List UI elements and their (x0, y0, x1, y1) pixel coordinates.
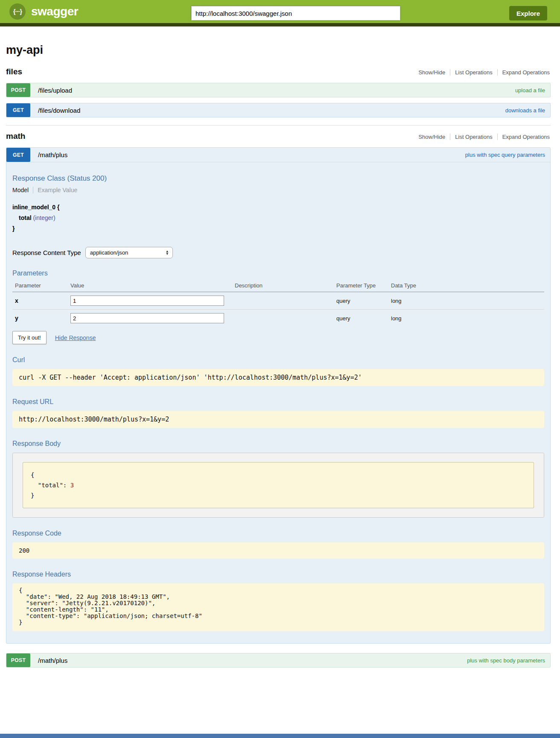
endpoint-summary-link[interactable]: upload a file (515, 87, 545, 94)
request-url-heading: Request URL (12, 398, 544, 406)
response-body-json: { "total": 3 } (23, 462, 534, 508)
property-name: total (19, 214, 32, 221)
param-type: query (334, 310, 388, 327)
expanded-operation-get-math-plus: GET /math/plus plus with spec query para… (6, 147, 551, 644)
explore-button[interactable]: Explore (509, 6, 547, 20)
selected-content-type: application/json (90, 249, 128, 256)
header-bar: {···} swagger Explore (0, 0, 560, 26)
tab-example-value[interactable]: Example Value (33, 187, 77, 193)
param-description (232, 292, 334, 310)
section-divider (6, 125, 551, 126)
param-data-type: long (388, 292, 544, 310)
parameters-table: Parameter Value Description Parameter Ty… (12, 280, 544, 327)
endpoint-path[interactable]: /math/plus (38, 657, 67, 664)
tab-model[interactable]: Model (12, 187, 33, 193)
response-body-container: { "total": 3 } (12, 453, 544, 518)
model-property-line: total (integer) (12, 213, 544, 223)
section-head-math: math Show/Hide List Operations Expand Op… (6, 132, 551, 141)
curl-heading: Curl (12, 356, 544, 364)
param-description (232, 310, 334, 327)
model-tabs: Model Example Value (12, 187, 544, 193)
method-badge-post: POST (6, 653, 30, 667)
json-suffix: } (31, 492, 34, 499)
parameters-header-row: Parameter Value Description Parameter Ty… (12, 280, 544, 292)
operation-detail: Response Class (Status 200) Model Exampl… (6, 174, 550, 643)
select-arrows-icon: ▲▼ (166, 250, 169, 255)
swagger-logo-icon: {···} (9, 3, 26, 20)
endpoint-path[interactable]: /files/download (38, 107, 80, 114)
page-title: my-api (6, 44, 551, 57)
param-y-input[interactable] (70, 313, 224, 323)
col-parameter: Parameter (12, 280, 68, 292)
col-description: Description (232, 280, 334, 292)
response-code-value: 200 (12, 542, 544, 559)
param-name: x (12, 292, 68, 310)
bottom-bar (0, 734, 560, 738)
show-hide-link[interactable]: Show/Hide (414, 69, 450, 76)
param-name: y (12, 310, 68, 327)
list-operations-link[interactable]: List Operations (450, 69, 497, 76)
col-parameter-type: Parameter Type (334, 280, 388, 292)
curl-command: curl -X GET --header 'Accept: applicatio… (12, 369, 544, 386)
parameter-row-x: x query long (12, 292, 544, 310)
show-hide-link[interactable]: Show/Hide (414, 134, 450, 140)
spec-url-input[interactable] (191, 6, 400, 20)
list-operations-link[interactable]: List Operations (450, 134, 497, 140)
method-badge-get: GET (6, 148, 30, 162)
section-title-math[interactable]: math (6, 132, 25, 141)
col-data-type: Data Type (388, 280, 544, 292)
section-controls: Show/Hide List Operations Expand Operati… (414, 69, 551, 76)
expand-operations-link[interactable]: Expand Operations (498, 69, 551, 76)
curly-braces-glyph: {···} (13, 8, 22, 15)
property-type: (integer) (33, 214, 55, 221)
response-headers-json: { "date": "Wed, 22 Aug 2018 18:49:13 GMT… (12, 583, 544, 631)
response-content-type-row: Response Content Type application/json ▲… (12, 247, 544, 258)
section-title-files[interactable]: files (6, 67, 22, 76)
brand-title: swagger (31, 5, 78, 18)
col-value: Value (68, 280, 232, 292)
section-controls: Show/Hide List Operations Expand Operati… (414, 134, 551, 140)
endpoint-summary-link[interactable]: plus with spec query parameters (465, 152, 545, 158)
json-prefix: { "total": (31, 472, 70, 489)
response-code-heading: Response Code (12, 530, 544, 537)
param-data-type: long (388, 310, 544, 327)
response-class-heading: Response Class (Status 200) (12, 174, 544, 183)
endpoint-path[interactable]: /files/upload (38, 87, 72, 94)
model-open-line: inline_model_0 { (12, 202, 544, 213)
json-number-value: 3 (70, 482, 74, 489)
endpoint-row-post-math-plus[interactable]: POST /math/plus plus with spec body para… (6, 653, 551, 668)
model-close-line: } (12, 223, 544, 234)
endpoint-summary-link[interactable]: downloads a file (505, 107, 545, 114)
endpoint-row-get-files-download[interactable]: GET /files/download downloads a file (6, 103, 551, 117)
endpoint-path[interactable]: /math/plus (38, 151, 67, 158)
endpoint-row-post-files-upload[interactable]: POST /files/upload upload a file (6, 83, 551, 97)
response-body-heading: Response Body (12, 440, 544, 448)
method-badge-get: GET (6, 103, 30, 117)
param-type: query (334, 292, 388, 310)
section-head-files: files Show/Hide List Operations Expand O… (6, 67, 551, 76)
param-x-input[interactable] (70, 296, 224, 306)
response-headers-heading: Response Headers (12, 571, 544, 578)
model-signature: inline_model_0 { total (integer) } (12, 202, 544, 234)
endpoint-row-get-math-plus[interactable]: GET /math/plus plus with spec query para… (6, 148, 550, 162)
request-url-value: http://localhost:3000/math/plus?x=1&y=2 (12, 411, 544, 428)
main-content: my-api files Show/Hide List Operations E… (0, 44, 560, 738)
response-content-type-select[interactable]: application/json ▲▼ (85, 247, 173, 258)
try-it-out-button[interactable]: Try it out! (12, 331, 47, 344)
hide-response-link[interactable]: Hide Response (55, 334, 96, 341)
parameter-row-y: y query long (12, 310, 544, 327)
endpoint-summary-link[interactable]: plus with spec body parameters (467, 657, 545, 664)
method-badge-post: POST (6, 83, 30, 97)
try-it-out-row: Try it out! Hide Response (12, 331, 544, 344)
expand-operations-link[interactable]: Expand Operations (498, 134, 551, 140)
parameters-heading: Parameters (12, 269, 544, 277)
response-content-type-label: Response Content Type (12, 249, 81, 256)
